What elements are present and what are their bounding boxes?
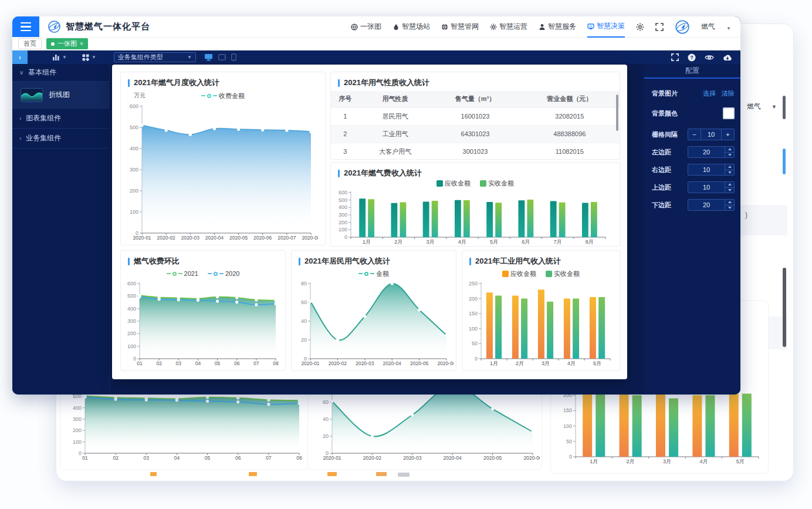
svg-text:?: ? — [690, 55, 693, 60]
bg-color-swatch[interactable] — [723, 107, 735, 119]
spin-down-icon[interactable] — [725, 205, 734, 211]
svg-text:1月: 1月 — [490, 360, 498, 366]
legend-item[interactable]: 金额 — [358, 269, 389, 278]
nav-item-pipeline[interactable]: 智慧管网 — [441, 16, 479, 38]
svg-text:2020-03: 2020-03 — [356, 360, 374, 366]
svg-text:3月: 3月 — [427, 239, 435, 245]
spin-down-icon[interactable] — [725, 152, 734, 158]
table-row[interactable]: 3大客户用气300102311082015 — [331, 143, 620, 160]
card-title: 2021年燃气费收入统计 — [344, 168, 422, 178]
svg-text:7月: 7月 — [554, 239, 562, 245]
svg-text:80: 80 — [301, 281, 307, 286]
expand-icon[interactable] — [671, 53, 679, 61]
desktop-icon[interactable] — [204, 53, 213, 61]
bg-scrollbar-thumb[interactable] — [783, 268, 786, 347]
chart-components-button[interactable]: ▼ — [52, 54, 67, 61]
fee-income-chart[interactable]: 01002003004005006001月2月3月4月5月6月7月8月 — [331, 188, 620, 247]
legend-item[interactable]: 收费金额 — [201, 92, 245, 100]
nav-item-decision[interactable]: 智慧决策 — [587, 16, 625, 38]
svg-text:06: 06 — [235, 455, 241, 461]
legend-swatch — [546, 271, 552, 277]
legend-item[interactable]: 实收金额 — [480, 179, 514, 188]
sidebar-group-business[interactable]: › 业务集组件 — [12, 129, 109, 149]
spin-up-icon[interactable] — [725, 182, 734, 187]
widget-components-button[interactable]: ▼ — [82, 54, 96, 61]
margin-bottom-input[interactable]: 20 — [688, 199, 735, 211]
sidebar-group-chartset[interactable]: › 图表集组件 — [12, 109, 109, 129]
tab-close-icon[interactable]: × — [80, 41, 83, 47]
legend-item[interactable]: 2021 — [167, 270, 198, 277]
legend-label: 应收金额 — [445, 179, 471, 188]
margin-top-input[interactable]: 10 — [688, 181, 735, 193]
bg-image-clear-link[interactable]: 清除 — [722, 89, 735, 98]
bg-scrollbar-top[interactable] — [783, 96, 786, 119]
tab-active-dot — [51, 42, 55, 46]
spin-up-icon[interactable] — [725, 164, 734, 170]
legend-item[interactable]: 2020 — [208, 270, 239, 277]
title-accent-bar — [338, 79, 340, 87]
svg-text:07: 07 — [266, 455, 272, 461]
caret-down-icon: ▼ — [92, 55, 96, 60]
component-type-select[interactable]: 业务集组件类型 ▼ — [114, 52, 196, 62]
product-select[interactable]: 燃气 — [701, 22, 715, 32]
svg-text:2020-01: 2020-01 — [133, 235, 151, 241]
tab-one-map[interactable]: 一张图 × — [46, 38, 88, 49]
preview-eye-icon[interactable] — [705, 54, 714, 61]
svg-text:2020-08: 2020-08 — [302, 235, 318, 241]
grid-gap-stepper: − 10 + — [688, 129, 735, 140]
card-monthly-income: 2021年燃气月度收入统计 万元 收费金额 010020030040050060… — [120, 72, 326, 245]
bg-legend-fragment — [150, 472, 157, 476]
svg-text:2020-06: 2020-06 — [523, 455, 540, 461]
svg-text:50: 50 — [566, 439, 572, 444]
table-scrollbar-thumb[interactable] — [616, 95, 618, 131]
fullscreen-icon[interactable] — [655, 23, 664, 31]
table-row[interactable]: 2工业用气64301023488388096 — [331, 125, 620, 143]
legend-item[interactable]: 应收金额 — [437, 179, 471, 188]
tab-bar: 首页 一张图 × — [12, 38, 740, 50]
phone-icon[interactable] — [231, 53, 236, 61]
monthly-income-chart[interactable]: 01002003004005006002020-012020-022020-03… — [121, 102, 325, 245]
residential-chart[interactable]: 0204060802020-012020-022020-032020-04202… — [292, 279, 456, 370]
breadcrumb-home[interactable]: 首页 — [18, 38, 42, 49]
sidebar-group-basic[interactable]: ∨ 基本组件 — [12, 64, 109, 82]
huanbi-chart[interactable]: 01002003004005006000102030405060708 — [121, 279, 285, 370]
svg-text:8月: 8月 — [586, 239, 594, 245]
spin-down-icon[interactable] — [725, 187, 734, 193]
settings-gear-icon[interactable] — [636, 23, 644, 31]
margin-right-input[interactable]: 10 — [688, 164, 735, 176]
bg-image-choose-link[interactable]: 选择 — [703, 89, 716, 98]
spin-up-icon[interactable] — [725, 147, 734, 152]
table-cell: 工业用气 — [360, 125, 431, 143]
margin-left-input[interactable]: 20 — [688, 146, 735, 158]
nav-item-service[interactable]: 智慧服务 — [539, 16, 576, 38]
tablet-icon[interactable] — [218, 54, 226, 60]
stepper-plus-button[interactable]: + — [721, 129, 734, 140]
stepper-minus-button[interactable]: − — [688, 129, 701, 140]
legend-item[interactable]: 应收金额 — [502, 269, 536, 278]
table-cell: 居民用气 — [360, 107, 431, 125]
sidebar-item-line-chart[interactable]: 折线图 — [12, 82, 109, 109]
svg-text:2月: 2月 — [516, 360, 524, 366]
spin-down-icon[interactable] — [725, 170, 734, 176]
industrial-chart[interactable]: 0501001502002501月2月3月4月5月 — [462, 279, 620, 370]
card-huanbi: 燃气收费环比 20212020 010020030040050060001020… — [120, 250, 286, 371]
nav-item-one-map[interactable]: 一张图 — [351, 16, 381, 38]
caret-down-icon[interactable]: ▼ — [726, 26, 731, 31]
legend-item[interactable]: 实收金额 — [546, 269, 580, 278]
bg-product-select[interactable]: 燃气 ▼ — [747, 102, 777, 112]
usage-table: 序号用气性质售气量（m³）营业金额（元）1居民用气160010233208201… — [331, 91, 620, 160]
grid-gap-value[interactable]: 10 — [701, 129, 721, 140]
svg-text:100: 100 — [339, 227, 347, 232]
svg-text:2020-05: 2020-05 — [410, 360, 428, 366]
menu-toggle-button[interactable] — [12, 16, 39, 37]
title-accent-bar — [299, 258, 300, 265]
cloud-save-icon[interactable] — [723, 54, 732, 61]
svg-text:400: 400 — [72, 405, 81, 411]
spin-up-icon[interactable] — [725, 200, 734, 205]
table-row[interactable]: 1居民用气1600102332082015 — [331, 107, 620, 125]
nav-item-operation[interactable]: 智慧运营 — [490, 16, 527, 38]
collapse-sidebar-button[interactable]: ‹ — [12, 50, 28, 64]
nav-item-station[interactable]: 智慧场站 — [393, 16, 430, 38]
help-icon[interactable]: ? — [688, 53, 696, 62]
card-industrial: 2021年工业用气收入统计 应收金额实收金额 0501001502002501月… — [462, 250, 620, 371]
